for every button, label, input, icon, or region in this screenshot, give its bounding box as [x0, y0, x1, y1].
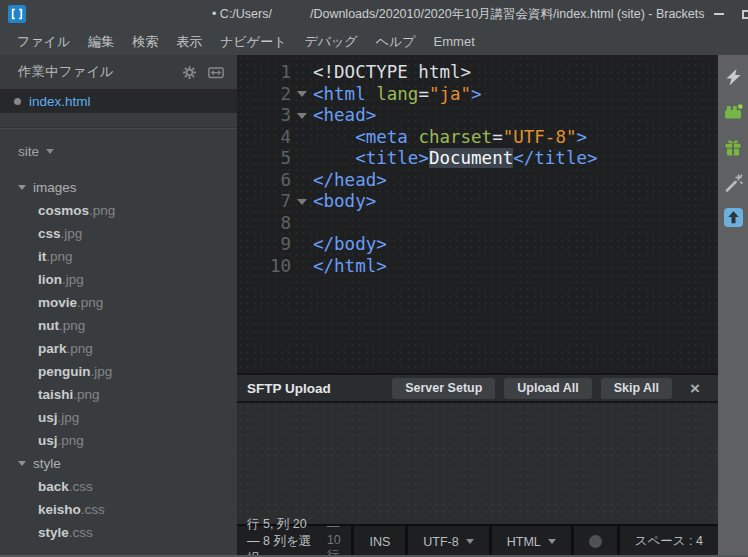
code-line[interactable]: 6</head> [237, 170, 718, 192]
line-count-text: — 10 行 [327, 519, 352, 557]
skip-all-button[interactable]: Skip All [601, 378, 672, 399]
file-base-name: usj [38, 433, 58, 448]
panel-close-icon[interactable]: × [690, 380, 700, 397]
code-line[interactable]: 2<html lang="ja"> [237, 84, 718, 106]
line-number: 6 [237, 170, 291, 192]
tree-file-item[interactable]: lion.jpg [0, 268, 237, 291]
language-select[interactable]: HTML [489, 526, 571, 557]
dirty-dot-icon [14, 98, 21, 105]
menu-find[interactable]: 検索 [123, 28, 167, 55]
menu-file[interactable]: ファイル [8, 28, 79, 55]
project-name: site [18, 144, 39, 159]
sftp-panel-title: SFTP Upload [247, 381, 331, 396]
file-extension: .png [58, 433, 84, 448]
tree-file-item[interactable]: back.css [0, 475, 237, 498]
overwrite-label: INS [369, 535, 390, 549]
extension-brick-icon[interactable] [722, 101, 744, 123]
fold-arrow-icon[interactable] [297, 199, 307, 205]
file-extension: .css [69, 479, 93, 494]
line-number: 10 [237, 256, 291, 278]
gear-icon[interactable] [182, 65, 197, 80]
extension-gift-icon[interactable] [722, 136, 744, 158]
tree-file-item[interactable]: usj.png [0, 429, 237, 452]
menu-view[interactable]: 表示 [167, 28, 211, 55]
encoding-select[interactable]: UTF-8 [405, 526, 488, 557]
code-text: <title>Document</title> [313, 148, 598, 170]
tree-folder-images[interactable]: images [0, 176, 237, 199]
cursor-position-status: 行 5, 列 20 — 8 列を選択 — 10 行 [237, 526, 351, 557]
line-number: 2 [237, 84, 291, 106]
tree-file-item[interactable]: keisho.css [0, 498, 237, 521]
maximize-button[interactable] [733, 3, 748, 25]
fold-gutter [291, 170, 313, 192]
language-label: HTML [507, 535, 541, 549]
file-base-name: taishi [38, 387, 73, 402]
sftp-panel: SFTP Upload Server SetupUpload AllSkip A… [237, 373, 718, 524]
tree-file-item[interactable]: css.jpg [0, 222, 237, 245]
file-extension: .png [89, 203, 115, 218]
fold-gutter [291, 127, 313, 149]
working-file-item[interactable]: index.html [0, 89, 237, 113]
file-extension: .jpg [61, 226, 83, 241]
file-extension: .jpg [58, 410, 80, 425]
code-line[interactable]: 8 [237, 213, 718, 235]
code-line[interactable]: 1<!DOCTYPE html> [237, 62, 718, 84]
file-base-name: lion [38, 272, 62, 287]
indent-setting[interactable]: スペース : 4 [617, 526, 718, 557]
code-editor[interactable]: 1<!DOCTYPE html>2<html lang="ja">3<head>… [237, 55, 718, 373]
fold-gutter [291, 213, 313, 235]
code-line[interactable]: 9</body> [237, 234, 718, 256]
encoding-label: UTF-8 [423, 535, 458, 549]
minimize-button[interactable] [705, 3, 733, 25]
tree-file-item[interactable]: usj.jpg [0, 406, 237, 429]
file-extension: .css [69, 525, 93, 540]
tree-folder-style[interactable]: style [0, 452, 237, 475]
fold-arrow-icon[interactable] [297, 91, 307, 97]
brackets-logo-icon [8, 5, 26, 23]
project-dropdown[interactable]: site [0, 140, 237, 162]
upload-all-button[interactable]: Upload All [504, 378, 591, 399]
sftp-upload-icon[interactable] [722, 206, 744, 228]
file-extension: .png [77, 295, 103, 310]
server-setup-button[interactable]: Server Setup [392, 378, 495, 399]
magic-wand-icon[interactable] [722, 171, 744, 193]
tree-file-item[interactable]: park.png [0, 337, 237, 360]
editor-column: 1<!DOCTYPE html>2<html lang="ja">3<head>… [237, 55, 718, 557]
tree-file-item[interactable]: style.css [0, 521, 237, 544]
code-text: <body> [313, 191, 376, 213]
fold-arrow-icon[interactable] [297, 113, 307, 119]
folder-name: images [33, 180, 77, 195]
overwrite-toggle[interactable]: INS [351, 526, 405, 557]
sftp-panel-header: SFTP Upload Server SetupUpload AllSkip A… [237, 373, 718, 403]
status-bar: 行 5, 列 20 — 8 列を選択 — 10 行 INS UTF-8 HTML [237, 524, 718, 557]
tree-file-item[interactable]: cosmos.png [0, 199, 237, 222]
tree-file-item[interactable]: movie.png [0, 291, 237, 314]
file-base-name: usj [38, 410, 58, 425]
live-preview-bolt-icon[interactable] [722, 66, 744, 88]
code-line[interactable]: 4 <meta charset="UTF-8"> [237, 127, 718, 149]
split-view-icon[interactable] [207, 65, 225, 80]
menu-help[interactable]: ヘルプ [367, 28, 425, 55]
tree-file-item[interactable]: nut.png [0, 314, 237, 337]
line-number: 1 [237, 62, 291, 84]
window-title: • C:/Users/ /Downloads/202010/2020年10月講習… [212, 6, 705, 23]
menu-edit[interactable]: 編集 [79, 28, 123, 55]
code-line[interactable]: 7<body> [237, 191, 718, 213]
tree-file-item[interactable]: taishi.png [0, 383, 237, 406]
code-line[interactable]: 5 <title>Document</title> [237, 148, 718, 170]
code-text: <head> [313, 105, 376, 127]
fold-gutter [291, 234, 313, 256]
line-number: 9 [237, 234, 291, 256]
sftp-panel-content [237, 403, 718, 524]
lint-status-indicator[interactable] [571, 526, 617, 557]
code-line[interactable]: 10</html> [237, 256, 718, 278]
menu-emmet[interactable]: Emmet [425, 28, 484, 55]
menu-debug[interactable]: デバッグ [295, 28, 366, 55]
code-text: </html> [313, 256, 387, 278]
tree-file-item[interactable]: penguin.jpg [0, 360, 237, 383]
menu-navigate[interactable]: ナビゲート [211, 28, 295, 55]
main-area: 作業中ファイル index.html site imagescosmos.png… [0, 55, 748, 557]
title-bar: • C:/Users/ /Downloads/202010/2020年10月講習… [0, 0, 748, 28]
tree-file-item[interactable]: it.png [0, 245, 237, 268]
code-line[interactable]: 3<head> [237, 105, 718, 127]
